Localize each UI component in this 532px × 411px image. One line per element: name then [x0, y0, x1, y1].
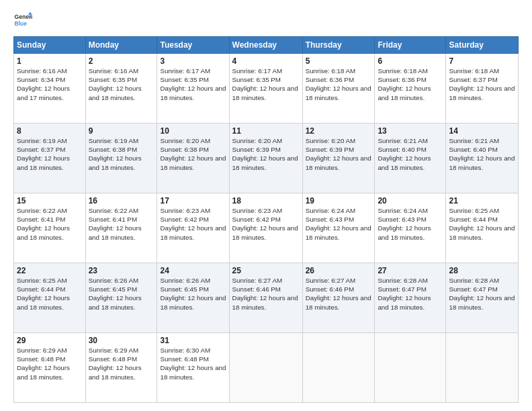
- calendar-day-5: 5 Sunrise: 6:18 AMSunset: 6:36 PMDayligh…: [302, 54, 375, 124]
- day-number: 1: [17, 56, 83, 66]
- calendar-day-1: 1 Sunrise: 6:16 AMSunset: 6:34 PMDayligh…: [14, 54, 86, 124]
- day-info: Sunrise: 6:22 AMSunset: 6:41 PMDaylight:…: [17, 207, 70, 241]
- calendar-week-2: 8 Sunrise: 6:19 AMSunset: 6:37 PMDayligh…: [14, 124, 519, 193]
- day-info: Sunrise: 6:29 AMSunset: 6:48 PMDaylight:…: [17, 347, 70, 381]
- day-info: Sunrise: 6:24 AMSunset: 6:43 PMDaylight:…: [378, 207, 431, 241]
- day-info: Sunrise: 6:23 AMSunset: 6:42 PMDaylight:…: [160, 207, 226, 241]
- calendar-day-16: 16 Sunrise: 6:22 AMSunset: 6:41 PMDaylig…: [85, 193, 157, 263]
- day-number: 25: [232, 266, 300, 275]
- calendar-day-23: 23 Sunrise: 6:26 AMSunset: 6:45 PMDaylig…: [85, 263, 157, 333]
- day-info: Sunrise: 6:26 AMSunset: 6:45 PMDaylight:…: [89, 277, 142, 311]
- day-number: 21: [449, 196, 515, 205]
- calendar-day-9: 9 Sunrise: 6:19 AMSunset: 6:38 PMDayligh…: [85, 124, 157, 193]
- day-number: 30: [89, 336, 154, 345]
- day-info: Sunrise: 6:25 AMSunset: 6:44 PMDaylight:…: [449, 207, 515, 241]
- calendar-day-28: 28 Sunrise: 6:28 AMSunset: 6:47 PMDaylig…: [446, 263, 519, 333]
- day-number: 14: [449, 126, 515, 136]
- day-number: 11: [232, 126, 300, 136]
- day-info: Sunrise: 6:28 AMSunset: 6:47 PMDaylight:…: [449, 277, 515, 311]
- calendar-day-7: 7 Sunrise: 6:18 AMSunset: 6:37 PMDayligh…: [446, 54, 519, 124]
- calendar-day-2: 2 Sunrise: 6:16 AMSunset: 6:35 PMDayligh…: [85, 54, 157, 124]
- calendar-day-25: 25 Sunrise: 6:27 AMSunset: 6:46 PMDaylig…: [229, 263, 302, 333]
- day-number: 16: [89, 196, 154, 205]
- calendar-day-4: 4 Sunrise: 6:17 AMSunset: 6:35 PMDayligh…: [229, 54, 302, 124]
- day-info: Sunrise: 6:21 AMSunset: 6:40 PMDaylight:…: [378, 137, 431, 171]
- day-number: 20: [378, 196, 443, 205]
- day-number: 17: [160, 196, 226, 205]
- day-info: Sunrise: 6:30 AMSunset: 6:48 PMDaylight:…: [160, 347, 226, 381]
- day-number: 24: [160, 266, 226, 275]
- day-info: Sunrise: 6:17 AMSunset: 6:35 PMDaylight:…: [160, 67, 226, 101]
- page: General Blue SundayMondayTuesdayWednesda…: [0, 0, 532, 411]
- calendar-day-3: 3 Sunrise: 6:17 AMSunset: 6:35 PMDayligh…: [157, 54, 229, 124]
- day-number: 31: [160, 336, 226, 345]
- day-info: Sunrise: 6:16 AMSunset: 6:35 PMDaylight:…: [89, 67, 142, 101]
- day-number: 3: [160, 56, 226, 66]
- day-info: Sunrise: 6:20 AMSunset: 6:39 PMDaylight:…: [306, 137, 371, 171]
- day-number: 27: [378, 266, 443, 275]
- logo: General Blue: [13, 11, 35, 30]
- day-info: Sunrise: 6:28 AMSunset: 6:47 PMDaylight:…: [378, 277, 431, 311]
- day-info: Sunrise: 6:29 AMSunset: 6:48 PMDaylight:…: [89, 347, 142, 381]
- calendar-day-10: 10 Sunrise: 6:20 AMSunset: 6:38 PMDaylig…: [157, 124, 229, 193]
- day-info: Sunrise: 6:18 AMSunset: 6:37 PMDaylight:…: [449, 67, 515, 101]
- day-number: 2: [89, 56, 154, 66]
- day-info: Sunrise: 6:23 AMSunset: 6:42 PMDaylight:…: [232, 207, 298, 241]
- day-info: Sunrise: 6:21 AMSunset: 6:40 PMDaylight:…: [449, 137, 515, 171]
- day-info: Sunrise: 6:19 AMSunset: 6:38 PMDaylight:…: [89, 137, 142, 171]
- calendar-day-6: 6 Sunrise: 6:18 AMSunset: 6:36 PMDayligh…: [375, 54, 446, 124]
- day-info: Sunrise: 6:24 AMSunset: 6:43 PMDaylight:…: [306, 207, 371, 241]
- day-number: 7: [449, 56, 515, 66]
- day-info: Sunrise: 6:18 AMSunset: 6:36 PMDaylight:…: [306, 67, 371, 101]
- day-info: Sunrise: 6:26 AMSunset: 6:45 PMDaylight:…: [160, 277, 226, 311]
- calendar-day-18: 18 Sunrise: 6:23 AMSunset: 6:42 PMDaylig…: [229, 193, 302, 263]
- calendar-header-row: SundayMondayTuesdayWednesdayThursdayFrid…: [14, 37, 519, 54]
- calendar-header-sunday: Sunday: [14, 37, 86, 54]
- calendar-table: SundayMondayTuesdayWednesdayThursdayFrid…: [13, 36, 519, 403]
- svg-text:Blue: Blue: [15, 20, 28, 27]
- calendar-day-29: 29 Sunrise: 6:29 AMSunset: 6:48 PMDaylig…: [14, 333, 86, 403]
- calendar-day-31: 31 Sunrise: 6:30 AMSunset: 6:48 PMDaylig…: [157, 333, 229, 403]
- calendar-empty: [229, 333, 302, 403]
- calendar-day-27: 27 Sunrise: 6:28 AMSunset: 6:47 PMDaylig…: [375, 263, 446, 333]
- calendar-header-friday: Friday: [375, 37, 446, 54]
- day-info: Sunrise: 6:27 AMSunset: 6:46 PMDaylight:…: [232, 277, 298, 311]
- calendar-day-19: 19 Sunrise: 6:24 AMSunset: 6:43 PMDaylig…: [302, 193, 375, 263]
- calendar-empty: [302, 333, 375, 403]
- day-number: 6: [378, 56, 443, 66]
- day-number: 23: [89, 266, 154, 275]
- calendar-day-21: 21 Sunrise: 6:25 AMSunset: 6:44 PMDaylig…: [446, 193, 519, 263]
- calendar-day-24: 24 Sunrise: 6:26 AMSunset: 6:45 PMDaylig…: [157, 263, 229, 333]
- day-number: 18: [232, 196, 300, 205]
- day-number: 22: [17, 266, 83, 275]
- day-info: Sunrise: 6:20 AMSunset: 6:39 PMDaylight:…: [232, 137, 298, 171]
- day-number: 19: [306, 196, 372, 205]
- day-info: Sunrise: 6:22 AMSunset: 6:41 PMDaylight:…: [89, 207, 142, 241]
- day-number: 29: [17, 336, 83, 345]
- day-number: 9: [89, 126, 154, 136]
- calendar-day-14: 14 Sunrise: 6:21 AMSunset: 6:40 PMDaylig…: [446, 124, 519, 193]
- day-info: Sunrise: 6:18 AMSunset: 6:36 PMDaylight:…: [378, 67, 431, 101]
- calendar-day-13: 13 Sunrise: 6:21 AMSunset: 6:40 PMDaylig…: [375, 124, 446, 193]
- calendar-day-20: 20 Sunrise: 6:24 AMSunset: 6:43 PMDaylig…: [375, 193, 446, 263]
- day-number: 12: [306, 126, 372, 136]
- day-info: Sunrise: 6:25 AMSunset: 6:44 PMDaylight:…: [17, 277, 70, 311]
- header: General Blue: [13, 11, 519, 30]
- calendar-header-saturday: Saturday: [446, 37, 519, 54]
- day-number: 4: [232, 56, 300, 66]
- day-info: Sunrise: 6:17 AMSunset: 6:35 PMDaylight:…: [232, 67, 298, 101]
- day-number: 28: [449, 266, 515, 275]
- day-number: 5: [306, 56, 372, 66]
- calendar-week-3: 15 Sunrise: 6:22 AMSunset: 6:41 PMDaylig…: [14, 193, 519, 263]
- calendar-day-26: 26 Sunrise: 6:27 AMSunset: 6:46 PMDaylig…: [302, 263, 375, 333]
- calendar-day-30: 30 Sunrise: 6:29 AMSunset: 6:48 PMDaylig…: [85, 333, 157, 403]
- calendar-week-4: 22 Sunrise: 6:25 AMSunset: 6:44 PMDaylig…: [14, 263, 519, 333]
- calendar-header-tuesday: Tuesday: [157, 37, 229, 54]
- calendar-empty: [446, 333, 519, 403]
- calendar-day-11: 11 Sunrise: 6:20 AMSunset: 6:39 PMDaylig…: [229, 124, 302, 193]
- calendar-day-22: 22 Sunrise: 6:25 AMSunset: 6:44 PMDaylig…: [14, 263, 86, 333]
- day-number: 26: [306, 266, 372, 275]
- day-info: Sunrise: 6:16 AMSunset: 6:34 PMDaylight:…: [17, 67, 70, 101]
- day-info: Sunrise: 6:20 AMSunset: 6:38 PMDaylight:…: [160, 137, 226, 171]
- day-info: Sunrise: 6:27 AMSunset: 6:46 PMDaylight:…: [306, 277, 371, 311]
